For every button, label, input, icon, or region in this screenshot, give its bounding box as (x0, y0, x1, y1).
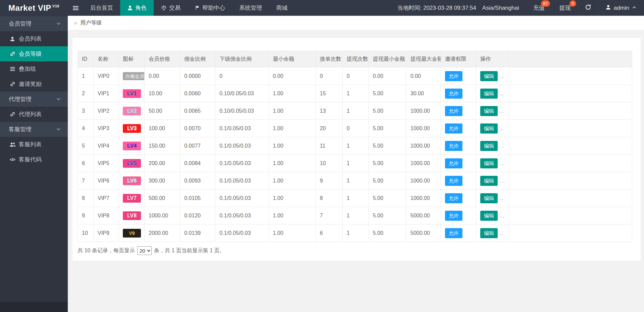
edit-button[interactable]: 编辑 (480, 123, 498, 134)
cell-sub-commission: 0.1/0.05/0.03 (215, 155, 269, 172)
level-badge: V9 (123, 229, 141, 238)
sidebar-item[interactable]: 会员等级 (0, 46, 68, 61)
edit-button[interactable]: 编辑 (480, 176, 498, 186)
page-size-select[interactable]: 20 (137, 246, 152, 255)
table-body: 1VIP0白银会员0.000.000000.00000.000.00允许编辑..… (78, 67, 632, 242)
brand-name: Market VIP (8, 3, 51, 13)
cell-withdraw-max: 1000.00 (406, 102, 441, 120)
edit-button[interactable]: 编辑 (480, 158, 498, 168)
allow-button[interactable]: 允许 (445, 176, 462, 186)
cell-id: 3 (78, 102, 94, 120)
more-actions-button[interactable]: ... (500, 195, 504, 201)
cell-icon: 白银会员 (119, 67, 145, 85)
more-actions-button[interactable]: ... (500, 125, 504, 131)
cell-orders: 10 (316, 155, 343, 172)
admin-user-menu[interactable]: admin (598, 0, 644, 16)
cell-price: 10.00 (145, 85, 180, 102)
edit-button[interactable]: 编辑 (480, 141, 498, 151)
more-actions-button[interactable]: ... (500, 178, 504, 184)
sidebar-group-header[interactable]: 客服管理 (0, 122, 68, 137)
cell-withdraw-count: 1 (343, 224, 369, 242)
more-actions-button[interactable]: ... (500, 91, 504, 96)
allow-button[interactable]: 允许 (445, 123, 462, 134)
sidebar-item[interactable]: 会员列表 (0, 31, 68, 46)
cell-name: VIP3 (94, 120, 119, 137)
sidebar-item[interactable]: 代理列表 (0, 107, 68, 122)
local-time-label: 当地时间: 2023-03-28 09:37:54 (397, 4, 476, 12)
more-actions-button[interactable]: ... (500, 213, 504, 218)
sidebar-item-label: 客服列表 (19, 141, 42, 148)
withdraw-button[interactable]: 提现 0 (552, 0, 578, 16)
cell-withdraw-max: 1000.00 (406, 120, 441, 137)
cell-min-balance: 1.00 (269, 207, 316, 224)
nav-item-system[interactable]: 系统管理 (232, 0, 269, 16)
recharge-button[interactable]: 充值 87 (526, 0, 552, 16)
sidebar-item[interactable]: 邀请奖励 (0, 76, 68, 92)
table-row: 4VIP3LV3100.000.00700.1/0.05/0.031.00200… (78, 120, 632, 137)
sidebar-group-header[interactable]: 代理管理 (0, 92, 68, 107)
nav-menu: 后台首页角色交易帮助中心系统管理商城 (83, 0, 295, 16)
more-actions-button[interactable]: ... (500, 160, 504, 166)
more-actions-button[interactable]: ... (500, 73, 504, 79)
cell-price: 1000.00 (145, 207, 180, 224)
allow-button[interactable]: 允许 (445, 228, 462, 238)
cell-min-balance: 1.00 (269, 120, 316, 137)
chevron-down-icon (56, 127, 61, 132)
cell-commission: 0.0120 (180, 207, 215, 224)
allow-button[interactable]: 允许 (445, 158, 462, 168)
allow-button[interactable]: 允许 (445, 193, 462, 203)
cell-commission: 0.0000 (180, 67, 215, 85)
edit-button[interactable]: 编辑 (480, 193, 498, 203)
nav-item-trade[interactable]: 交易 (154, 0, 188, 16)
allow-button[interactable]: 允许 (445, 71, 462, 81)
cell-min-balance: 1.00 (269, 155, 316, 172)
brand-logo: Market VIPV16 (0, 0, 68, 16)
allow-button[interactable]: 允许 (445, 106, 462, 116)
edit-button[interactable]: 编辑 (480, 211, 498, 221)
edit-button[interactable]: 编辑 (480, 228, 498, 238)
cell-id: 7 (78, 172, 94, 190)
cell-withdraw-min: 5.00 (369, 224, 406, 242)
cell-op: 编辑... (476, 137, 509, 155)
content-card: ID名称图标会员价格佣金比例下级佣金比例最小余额接单次数提现次数提现最小金额提现… (72, 38, 641, 261)
allow-button[interactable]: 允许 (445, 89, 462, 99)
chevron-down-icon (56, 21, 61, 26)
cell-icon: LV1 (119, 85, 145, 102)
sidebar-item[interactable]: 叠加组 (0, 61, 68, 76)
cell-withdraw-count: 1 (343, 190, 369, 207)
table-row: 9VIP8LV81000.000.01200.1/0.05/0.031.0071… (78, 207, 632, 224)
sidebar-item[interactable]: 客服列表 (0, 137, 68, 152)
refresh-button[interactable] (578, 0, 598, 16)
edit-button[interactable]: 编辑 (480, 106, 498, 116)
sidebar-item[interactable]: </>客服代码 (0, 152, 68, 167)
cell-icon: LV7 (119, 190, 145, 207)
column-header: 佣金比例 (180, 51, 215, 67)
edit-button[interactable]: 编辑 (480, 89, 498, 99)
sidebar-group-label: 代理管理 (9, 95, 32, 103)
more-actions-button[interactable]: ... (500, 230, 504, 236)
level-badge: LV7 (123, 194, 141, 203)
levels-table: ID名称图标会员价格佣金比例下级佣金比例最小余额接单次数提现次数提现最小金额提现… (78, 51, 632, 242)
more-actions-button[interactable]: ... (500, 143, 504, 149)
cell-min-balance: 1.00 (269, 224, 316, 242)
cell-orders: 7 (316, 207, 343, 224)
cell-withdraw-count: 1 (343, 137, 369, 155)
sidebar-toggle-button[interactable] (68, 0, 83, 16)
more-actions-button[interactable]: ... (500, 108, 504, 114)
allow-button[interactable]: 允许 (445, 211, 462, 221)
edit-button[interactable]: 编辑 (480, 71, 498, 81)
table-row: 10VIP9V92000.000.01390.1/0.05/0.031.0061… (78, 224, 632, 242)
cell-op: 编辑... (476, 224, 509, 242)
nav-item-label: 交易 (169, 4, 181, 12)
cell-min-balance: 1.00 (269, 102, 316, 120)
cell-icon: LV4 (119, 137, 145, 155)
page-title: 用户等级 (80, 19, 102, 27)
nav-item-mall[interactable]: 商城 (269, 0, 295, 16)
nav-item-dashboard[interactable]: 后台首页 (83, 0, 120, 16)
sidebar-group-header[interactable]: 会员管理 (0, 16, 68, 31)
nav-right: 当地时间: 2023-03-28 09:37:54 Asia/Shanghai … (391, 0, 644, 16)
nav-item-help[interactable]: 帮助中心 (188, 0, 232, 16)
allow-button[interactable]: 允许 (445, 141, 462, 151)
nav-item-roles[interactable]: 角色 (120, 0, 154, 16)
cell-op: 编辑... (476, 155, 509, 172)
